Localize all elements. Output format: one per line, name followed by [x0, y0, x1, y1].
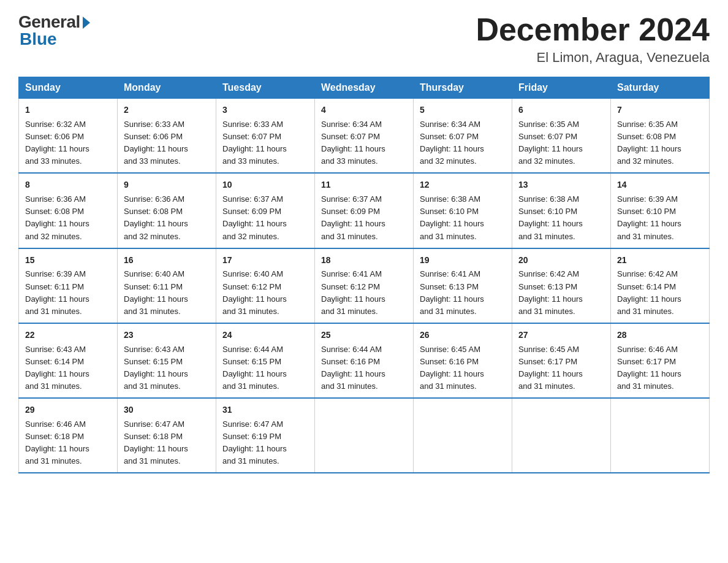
calendar-cell: 1Sunrise: 6:32 AMSunset: 6:06 PMDaylight…	[19, 99, 118, 174]
day-number: 16	[124, 254, 210, 267]
calendar-cell: 26Sunrise: 6:45 AMSunset: 6:16 PMDayligh…	[414, 323, 512, 398]
calendar-cell: 15Sunrise: 6:39 AMSunset: 6:11 PMDayligh…	[19, 248, 118, 323]
calendar-cell: 11Sunrise: 6:37 AMSunset: 6:09 PMDayligh…	[315, 173, 414, 248]
day-number: 21	[617, 254, 703, 267]
calendar-table: SundayMondayTuesdayWednesdayThursdayFrid…	[18, 77, 710, 473]
calendar-cell: 3Sunrise: 6:33 AMSunset: 6:07 PMDaylight…	[216, 99, 315, 174]
day-number: 8	[25, 178, 111, 192]
day-number: 18	[321, 254, 407, 267]
day-number: 31	[222, 404, 308, 417]
header-cell-monday: Monday	[118, 77, 216, 99]
calendar-cell: 20Sunrise: 6:42 AMSunset: 6:13 PMDayligh…	[512, 248, 611, 323]
day-number: 2	[124, 104, 210, 117]
day-number: 17	[222, 254, 308, 267]
day-number: 1	[25, 104, 111, 117]
day-number: 19	[420, 254, 506, 267]
header-cell-tuesday: Tuesday	[216, 77, 315, 99]
calendar-cell: 25Sunrise: 6:44 AMSunset: 6:16 PMDayligh…	[315, 323, 414, 398]
day-number: 20	[518, 254, 604, 267]
calendar-cell	[414, 398, 512, 473]
calendar-cell: 16Sunrise: 6:40 AMSunset: 6:11 PMDayligh…	[118, 248, 216, 323]
calendar-cell: 8Sunrise: 6:36 AMSunset: 6:08 PMDaylight…	[19, 173, 118, 248]
header-cell-thursday: Thursday	[414, 77, 512, 99]
title-block: December 2024 El Limon, Aragua, Venezuel…	[476, 12, 710, 66]
page-title: December 2024	[476, 12, 710, 47]
day-number: 5	[420, 104, 506, 117]
day-number: 25	[321, 329, 407, 342]
calendar-cell: 13Sunrise: 6:38 AMSunset: 6:10 PMDayligh…	[512, 173, 611, 248]
calendar-cell: 10Sunrise: 6:37 AMSunset: 6:09 PMDayligh…	[216, 173, 315, 248]
calendar-cell	[315, 398, 414, 473]
calendar-cell: 22Sunrise: 6:43 AMSunset: 6:14 PMDayligh…	[19, 323, 118, 398]
calendar-week-row: 1Sunrise: 6:32 AMSunset: 6:06 PMDaylight…	[19, 99, 710, 174]
calendar-cell: 18Sunrise: 6:41 AMSunset: 6:12 PMDayligh…	[315, 248, 414, 323]
calendar-week-row: 8Sunrise: 6:36 AMSunset: 6:08 PMDaylight…	[19, 173, 710, 248]
day-number: 30	[124, 404, 210, 417]
calendar-cell: 7Sunrise: 6:35 AMSunset: 6:08 PMDaylight…	[611, 99, 710, 174]
logo: General Blue	[18, 12, 90, 49]
day-number: 11	[321, 178, 407, 192]
day-number: 12	[420, 178, 506, 192]
calendar-cell: 29Sunrise: 6:46 AMSunset: 6:18 PMDayligh…	[19, 398, 118, 473]
calendar-header-row: SundayMondayTuesdayWednesdayThursdayFrid…	[19, 77, 710, 99]
header-cell-wednesday: Wednesday	[315, 77, 414, 99]
day-number: 9	[124, 178, 210, 192]
day-number: 24	[222, 329, 308, 342]
location-subtitle: El Limon, Aragua, Venezuela	[476, 50, 710, 66]
day-number: 27	[518, 329, 604, 342]
day-number: 22	[25, 329, 111, 342]
calendar-cell: 21Sunrise: 6:42 AMSunset: 6:14 PMDayligh…	[611, 248, 710, 323]
day-number: 14	[617, 178, 703, 192]
calendar-cell: 6Sunrise: 6:35 AMSunset: 6:07 PMDaylight…	[512, 99, 611, 174]
calendar-cell: 4Sunrise: 6:34 AMSunset: 6:07 PMDaylight…	[315, 99, 414, 174]
calendar-cell: 5Sunrise: 6:34 AMSunset: 6:07 PMDaylight…	[414, 99, 512, 174]
day-number: 23	[124, 329, 210, 342]
calendar-week-row: 29Sunrise: 6:46 AMSunset: 6:18 PMDayligh…	[19, 398, 710, 473]
header-cell-saturday: Saturday	[611, 77, 710, 99]
calendar-week-row: 15Sunrise: 6:39 AMSunset: 6:11 PMDayligh…	[19, 248, 710, 323]
day-number: 3	[222, 104, 308, 117]
calendar-cell: 17Sunrise: 6:40 AMSunset: 6:12 PMDayligh…	[216, 248, 315, 323]
calendar-cell: 28Sunrise: 6:46 AMSunset: 6:17 PMDayligh…	[611, 323, 710, 398]
day-number: 28	[617, 329, 703, 342]
calendar-cell: 2Sunrise: 6:33 AMSunset: 6:06 PMDaylight…	[118, 99, 216, 174]
logo-arrow-icon	[83, 17, 90, 29]
day-number: 29	[25, 404, 111, 417]
calendar-cell: 19Sunrise: 6:41 AMSunset: 6:13 PMDayligh…	[414, 248, 512, 323]
calendar-cell: 12Sunrise: 6:38 AMSunset: 6:10 PMDayligh…	[414, 173, 512, 248]
day-number: 6	[518, 104, 604, 117]
header-cell-sunday: Sunday	[19, 77, 118, 99]
calendar-cell: 30Sunrise: 6:47 AMSunset: 6:18 PMDayligh…	[118, 398, 216, 473]
day-number: 15	[25, 254, 111, 267]
calendar-cell: 14Sunrise: 6:39 AMSunset: 6:10 PMDayligh…	[611, 173, 710, 248]
day-number: 13	[518, 178, 604, 192]
logo-blue-text: Blue	[18, 29, 57, 49]
day-number: 26	[420, 329, 506, 342]
calendar-cell	[611, 398, 710, 473]
day-number: 4	[321, 104, 407, 117]
calendar-cell: 23Sunrise: 6:43 AMSunset: 6:15 PMDayligh…	[118, 323, 216, 398]
header-cell-friday: Friday	[512, 77, 611, 99]
calendar-cell: 27Sunrise: 6:45 AMSunset: 6:17 PMDayligh…	[512, 323, 611, 398]
page-header: General Blue December 2024 El Limon, Ara…	[18, 12, 710, 66]
calendar-cell: 24Sunrise: 6:44 AMSunset: 6:15 PMDayligh…	[216, 323, 315, 398]
day-number: 10	[222, 178, 308, 192]
calendar-cell	[512, 398, 611, 473]
calendar-cell: 31Sunrise: 6:47 AMSunset: 6:19 PMDayligh…	[216, 398, 315, 473]
calendar-week-row: 22Sunrise: 6:43 AMSunset: 6:14 PMDayligh…	[19, 323, 710, 398]
calendar-cell: 9Sunrise: 6:36 AMSunset: 6:08 PMDaylight…	[118, 173, 216, 248]
day-number: 7	[617, 104, 703, 117]
